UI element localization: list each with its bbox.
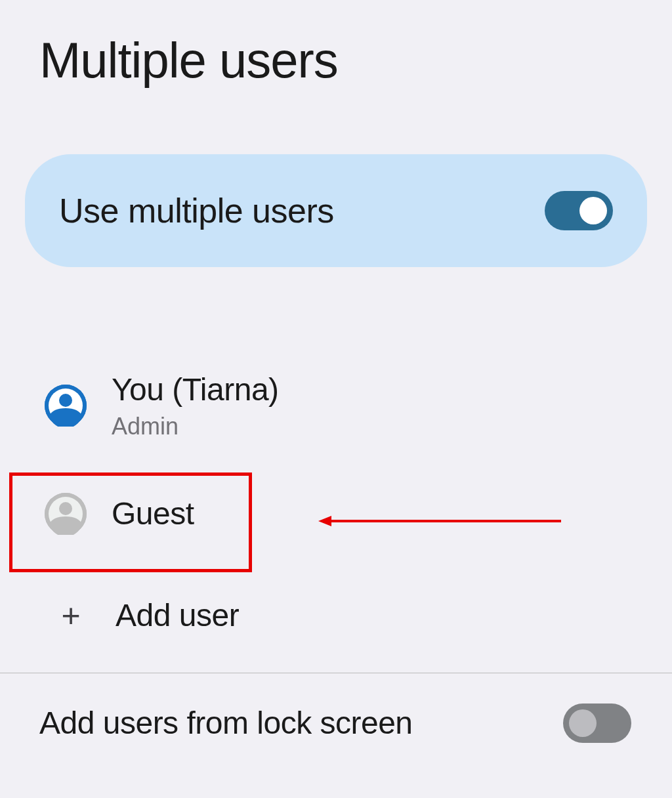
user-name-label: You (Tiarna)	[112, 371, 279, 409]
svg-point-2	[59, 394, 72, 407]
lock-screen-label: Add users from lock screen	[39, 705, 413, 741]
user-info: You (Tiarna) Admin	[112, 371, 279, 440]
user-list: You (Tiarna) Admin Guest + Add user	[0, 352, 672, 662]
add-users-lock-screen-item[interactable]: Add users from lock screen	[0, 673, 672, 756]
user-item-guest[interactable]: Guest	[0, 459, 672, 569]
avatar-icon	[45, 493, 87, 535]
user-item-you[interactable]: You (Tiarna) Admin	[0, 352, 672, 459]
avatar-icon	[45, 385, 87, 427]
add-user-label: Add user	[116, 597, 239, 633]
guest-name-label: Guest	[112, 495, 194, 532]
use-multiple-users-label: Use multiple users	[59, 191, 334, 230]
plus-icon: +	[50, 597, 92, 635]
use-multiple-users-card[interactable]: Use multiple users	[25, 154, 647, 267]
lock-screen-toggle[interactable]	[563, 704, 631, 743]
svg-point-5	[59, 502, 72, 515]
user-role-label: Admin	[112, 413, 279, 440]
page-title: Multiple users	[0, 0, 672, 89]
use-multiple-users-toggle[interactable]	[545, 191, 613, 230]
add-user-button[interactable]: + Add user	[0, 569, 672, 662]
